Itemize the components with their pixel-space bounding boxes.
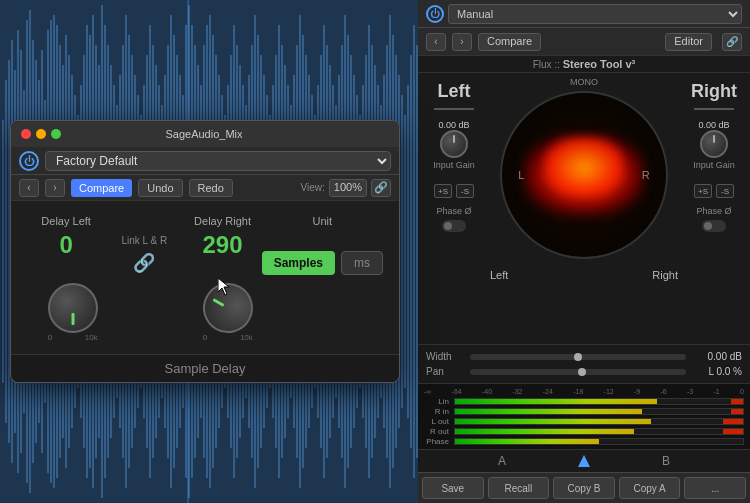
copy-a-button[interactable]: Copy A xyxy=(619,477,681,499)
left-s-button[interactable]: +S xyxy=(434,184,452,198)
circle-r-label: R xyxy=(642,169,650,181)
recall-button[interactable]: Recall xyxy=(488,477,550,499)
flux-label: Flux :: xyxy=(533,59,560,70)
plugin-power-button[interactable]: ⏻ xyxy=(19,151,39,171)
left-bottom-label: Left xyxy=(490,269,508,281)
right-bottom-label: Right xyxy=(652,269,678,281)
nav-forward-button[interactable]: › xyxy=(45,179,65,197)
stereo-main-area: Left 0.00 dB Input Gain +S -S Phase Ø xyxy=(418,73,750,344)
view-value: 100% xyxy=(329,179,367,197)
width-slider[interactable] xyxy=(470,354,686,360)
view-section: View: 100% 🔗 xyxy=(301,179,391,197)
plugin-name: Sample Delay xyxy=(165,361,246,376)
left-knob-scale: 0 10k xyxy=(48,333,98,342)
undo-button[interactable]: Undo xyxy=(138,179,182,197)
a-label: A xyxy=(498,454,506,468)
left-input-gain-knob[interactable] xyxy=(440,130,468,158)
mono-label: MONO xyxy=(570,77,598,87)
plugin-footer: Sample Delay xyxy=(11,354,399,382)
save-button[interactable]: Save xyxy=(422,477,484,499)
delay-left-value: 0 xyxy=(59,231,72,259)
right-s2-button[interactable]: -S xyxy=(716,184,734,198)
sample-delay-plugin: SageAudio_Mix ⏻ Factory Default ‹ › Comp… xyxy=(10,120,400,383)
meter-rout-bar xyxy=(454,428,744,435)
right-input-gain-group: 0.00 dB Input Gain xyxy=(693,120,735,170)
right-input-gain-knob[interactable] xyxy=(700,130,728,158)
preset-select[interactable]: Factory Default xyxy=(45,151,391,171)
editor-button[interactable]: Editor xyxy=(665,33,712,51)
pan-label: Pan xyxy=(426,366,462,377)
width-row: Width 0.00 dB xyxy=(426,349,742,364)
right-s-button[interactable]: +S xyxy=(694,184,712,198)
link-icon-btn[interactable]: 🔗 xyxy=(722,33,742,51)
right-phase-toggle[interactable] xyxy=(702,220,726,232)
link-button[interactable]: 🔗 xyxy=(371,179,391,197)
left-phase-row: Phase Ø xyxy=(436,206,471,216)
meter-phase-bar xyxy=(454,438,744,445)
close-button[interactable] xyxy=(21,129,31,139)
svg-rect-137 xyxy=(410,55,412,448)
pan-row: Pan L 0.0 % xyxy=(426,364,742,379)
meter-lout-label: L out xyxy=(424,417,452,426)
meter-rout-green xyxy=(455,429,634,434)
center-circle-area: MONO L R Left Right xyxy=(486,73,682,344)
left-gain-value: 0.00 dB xyxy=(438,120,469,130)
nav-back-button[interactable]: ‹ xyxy=(19,179,39,197)
meter-rin-label: R in xyxy=(424,407,452,416)
unit-label: Unit xyxy=(313,215,333,227)
ab-section: A B xyxy=(418,449,750,472)
meter-phase-label: Phase xyxy=(424,437,452,446)
plugin-titlebar: SageAudio_Mix xyxy=(11,121,399,147)
circle-lr-labels: L R xyxy=(510,169,658,181)
stereo-nav-forward[interactable]: › xyxy=(452,33,472,51)
copy-b-button[interactable]: Copy B xyxy=(553,477,615,499)
left-s2-button[interactable]: -S xyxy=(456,184,474,198)
manual-select[interactable]: Manual xyxy=(448,4,742,24)
right-channel-label: Right xyxy=(691,81,737,102)
meter-lin-green xyxy=(455,399,657,404)
compare-button[interactable]: Compare xyxy=(71,179,132,197)
stereo-power-button[interactable]: ⏻ xyxy=(426,5,444,23)
meter-rout-red xyxy=(723,429,743,434)
stereo-tool-main: Left 0.00 dB Input Gain +S -S Phase Ø xyxy=(418,73,750,503)
samples-button[interactable]: Samples xyxy=(262,251,335,275)
unit-spacer xyxy=(273,283,383,342)
playhead-marker xyxy=(578,455,590,467)
right-knob-scale: 0 10k xyxy=(203,333,253,342)
right-phase-label: Phase Ø xyxy=(696,206,731,216)
a-label-container: A xyxy=(426,454,578,468)
window-controls xyxy=(21,129,61,139)
left-scale-max: 10k xyxy=(85,333,98,342)
stereo-nav-back[interactable]: ‹ xyxy=(426,33,446,51)
redo-button[interactable]: Redo xyxy=(189,179,233,197)
link-icon[interactable]: 🔗 xyxy=(133,252,155,274)
ms-button[interactable]: ms xyxy=(341,251,383,275)
left-phase-toggle[interactable] xyxy=(442,220,466,232)
pan-slider-thumb[interactable] xyxy=(578,368,586,376)
delay-right-knob[interactable] xyxy=(194,274,262,342)
meter-row-phase: Phase xyxy=(424,437,744,445)
maximize-button[interactable] xyxy=(51,129,61,139)
left-phase-label: Phase Ø xyxy=(436,206,471,216)
action-button[interactable]: ... xyxy=(684,477,746,499)
svg-rect-136 xyxy=(407,85,409,418)
stereo-compare-button[interactable]: Compare xyxy=(478,33,541,51)
delay-right-knob-col: 0 10k xyxy=(182,283,273,342)
meter-row-rout: R out xyxy=(424,427,744,435)
minimize-button[interactable] xyxy=(36,129,46,139)
pan-slider[interactable] xyxy=(470,369,686,375)
meter-lout-green xyxy=(455,419,651,424)
meter-section: -∞ -64 -40 -32 -24 -18 -12 -9 -6 -3 -1 0… xyxy=(418,383,750,449)
stereo-circle: L R xyxy=(500,91,668,259)
stereo-tool-title: Stereo Tool v³ xyxy=(563,58,636,70)
width-slider-thumb[interactable] xyxy=(574,353,582,361)
flux-header: Flux :: Stereo Tool v³ xyxy=(418,56,750,73)
right-scale-max: 10k xyxy=(240,333,253,342)
meter-rin-green xyxy=(455,409,642,414)
delay-right-value: 290 xyxy=(203,231,243,259)
stereo-tool-panel: ⏻ Manual ‹ › Compare Editor 🔗 Flux :: St… xyxy=(418,0,750,503)
delay-left-knob[interactable] xyxy=(48,283,98,333)
plugin-content: Delay Left 0 Link L & R 🔗 Delay Right 29… xyxy=(11,201,399,354)
delay-left-col: Delay Left 0 xyxy=(27,215,105,267)
plugin-toolbar: ⏻ Factory Default xyxy=(11,147,399,175)
